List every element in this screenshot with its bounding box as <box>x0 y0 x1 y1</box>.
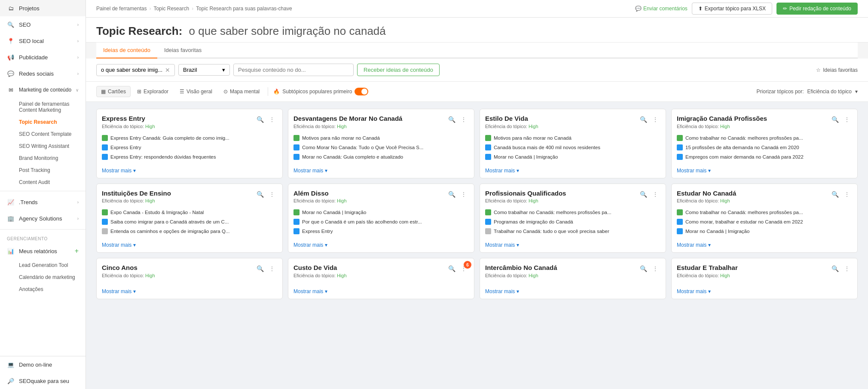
card-title: Estilo De Vida <box>485 114 638 123</box>
sidebar-sub-anotacoes[interactable]: Anotações <box>0 283 86 295</box>
close-search-chip-button[interactable]: ✕ <box>165 67 170 74</box>
view-btn-explorador[interactable]: ⊞ Explorador <box>132 86 173 97</box>
more-options-icon[interactable]: ⋮ <box>267 189 277 199</box>
search-card-icon[interactable]: 🔍 <box>255 263 265 274</box>
card-cinco-anos: Cinco Anos Eficiência do tópico: High 🔍 … <box>96 258 283 299</box>
search-card-icon[interactable]: 🔍 <box>638 114 648 125</box>
sidebar-sub-brand[interactable]: Brand Monitoring <box>0 152 86 164</box>
breadcrumb: Painel de ferramentas › Topic Research ›… <box>96 6 292 12</box>
show-more-button[interactable]: Mostrar mais ▾ <box>102 288 277 294</box>
subtopics-toggle-switch[interactable] <box>355 88 368 95</box>
sidebar-sub-label-audit: Content Audit <box>19 179 50 185</box>
more-options-icon[interactable]: ⋮ <box>650 114 660 125</box>
sidebar-sub-post[interactable]: Post Tracking <box>0 164 86 176</box>
show-more-button[interactable]: Mostrar mais ▾ <box>677 288 852 294</box>
content-search-input[interactable] <box>233 64 354 76</box>
sidebar-item-demo[interactable]: Demo on-line <box>0 356 86 373</box>
sidebar-sub-label-anotacoes: Anotações <box>19 286 43 292</box>
view-btn-cartoes[interactable]: ▦ Cartões <box>96 86 131 97</box>
more-options-icon[interactable]: ⋮ <box>842 114 852 125</box>
show-more-button[interactable]: Mostrar mais ▾ <box>485 242 660 248</box>
more-options-icon[interactable]: ⋮ <box>650 263 660 274</box>
search-card-icon[interactable]: 🔍 <box>638 263 648 274</box>
card-actions: 6 🔍 ⋮ <box>446 263 469 274</box>
sidebar-sub-seo-writing[interactable]: SEO Writing Assistant <box>0 140 86 152</box>
favorites-link[interactable]: ☆ Ideias favoritas <box>816 67 858 73</box>
export-icon: ⬆ <box>698 6 703 12</box>
search-card-icon[interactable]: 🔍 <box>255 189 265 199</box>
more-options-icon[interactable]: ⋮ <box>842 263 852 274</box>
sidebar-sub-topic-research[interactable]: Topic Research <box>0 116 86 128</box>
breadcrumb-topic[interactable]: Topic Research <box>153 6 189 12</box>
view-btn-mapa[interactable]: ⊙ Mapa mental <box>219 86 264 97</box>
page-title: Topic Research: o que saber sobre imigra… <box>96 25 858 38</box>
sidebar-sub-lead[interactable]: Lead Generation Tool <box>0 259 86 271</box>
show-more-button[interactable]: Mostrar mais ▾ <box>102 242 277 248</box>
search-card-icon[interactable]: 🔍 <box>638 189 648 199</box>
request-content-button[interactable]: ✏ Pedir redação de conteúdo <box>776 3 858 15</box>
item-dot <box>293 144 300 150</box>
sidebar-item-projetos[interactable]: Projetos <box>0 0 86 16</box>
card-footer: Mostrar mais ▾ <box>288 239 474 252</box>
more-options-icon[interactable]: ⋮ <box>267 263 277 274</box>
show-more-button[interactable]: Mostrar mais ▾ <box>485 168 660 174</box>
sidebar-item-agency[interactable]: Agency Solutions › <box>0 210 86 227</box>
sidebar-item-marketing[interactable]: Marketing de conteúdo ∨ <box>0 82 86 98</box>
sidebar-sub-audit[interactable]: Content Audit <box>0 176 86 188</box>
search-card-icon[interactable]: 🔍 <box>446 189 457 199</box>
more-options-icon[interactable]: ⋮ <box>650 189 660 199</box>
sidebar-sub-calendario[interactable]: Calendário de marketing <box>0 271 86 283</box>
sidebar-item-redes[interactable]: Redes sociais › <box>0 65 86 82</box>
card-item: Entenda os caminhos e opções de imigraçã… <box>102 227 277 236</box>
search-card-icon[interactable]: 🔍 <box>446 114 457 125</box>
get-ideas-button[interactable]: Receber ideias de conteúdo <box>357 64 440 76</box>
card-title-wrap: Profissionais Qualificados Eficiência do… <box>485 189 638 204</box>
sidebar-item-seoquake[interactable]: SEOquake para seu <box>0 373 86 389</box>
item-text: Motivos para não morar no Canadá <box>494 135 660 141</box>
export-button[interactable]: ⬆ Exportar tópico para XLSX <box>692 3 772 15</box>
card-title: Estudar E Trabalhar <box>677 263 830 272</box>
card-item: Express Entry Canadá: Guia completo de c… <box>102 133 277 143</box>
add-report-icon[interactable]: + <box>75 247 79 255</box>
card-estudar-trabalhar: Estudar E Trabalhar Eficiência do tópico… <box>671 258 858 299</box>
more-options-icon[interactable]: ⋮ <box>842 189 852 199</box>
sidebar-item-relatorios[interactable]: Meus relatórios + <box>0 243 86 259</box>
sidebar-item-trends[interactable]: .Trends › <box>0 194 86 210</box>
tab-ideias-favoritas[interactable]: Ideias favoritas <box>157 43 208 58</box>
show-more-button[interactable]: Mostrar mais ▾ <box>677 242 852 248</box>
sidebar-item-publicidade[interactable]: Publicidade › <box>0 49 86 65</box>
item-dot <box>677 154 683 160</box>
card-items: Expo Canada - Estudo & Imigração - Natal… <box>97 206 282 239</box>
search-card-icon[interactable]: 🔍 <box>255 114 265 125</box>
feedback-link[interactable]: 💬 Enviar comentários <box>635 6 688 12</box>
sidebar-item-seo-local[interactable]: SEO local › <box>0 33 86 49</box>
more-options-icon[interactable]: ⋮ <box>267 114 277 125</box>
show-more-button[interactable]: Mostrar mais ▾ <box>293 168 469 174</box>
card-footer: Mostrar mais ▾ <box>480 165 666 178</box>
breadcrumb-painel[interactable]: Painel de ferramentas <box>96 6 147 12</box>
redes-icon <box>7 70 15 77</box>
sidebar-sub-seo-content[interactable]: SEO Content Template <box>0 128 86 140</box>
search-card-icon[interactable]: 🔍 <box>830 263 840 274</box>
show-more-button[interactable]: Mostrar mais ▾ <box>293 242 469 248</box>
item-dot <box>677 135 683 141</box>
show-more-button[interactable]: Mostrar mais ▾ <box>485 288 660 294</box>
sidebar-item-seo[interactable]: SEO › <box>0 16 86 33</box>
sidebar-sub-painel[interactable]: Painel de ferramentas Content Marketing <box>0 98 86 116</box>
view-btn-visao[interactable]: ☰ Visão geral <box>175 86 217 97</box>
more-options-icon[interactable]: ⋮ <box>458 114 469 125</box>
show-more-button[interactable]: Mostrar mais ▾ <box>102 168 277 174</box>
search-card-icon[interactable]: 🔍 <box>830 114 840 125</box>
tab-ideias-conteudo[interactable]: Ideias de conteúdo <box>96 43 157 58</box>
card-item: Morar no Canadá | Imigração <box>485 152 660 162</box>
country-select[interactable]: Brazil ▾ <box>178 64 230 76</box>
search-card-icon[interactable]: 🔍 <box>830 189 840 199</box>
card-alem-disso: Além Disso Eficiência do tópico: High 🔍 … <box>288 184 474 253</box>
show-more-button[interactable]: Mostrar mais ▾ <box>677 168 852 174</box>
show-more-button[interactable]: Mostrar mais ▾ <box>293 288 469 294</box>
mapa-icon: ⊙ <box>223 89 228 95</box>
card-footer: Mostrar mais ▾ <box>672 165 857 178</box>
search-card-icon[interactable]: 🔍 <box>446 263 457 274</box>
card-actions: 🔍 ⋮ <box>830 189 852 199</box>
more-options-icon[interactable]: ⋮ <box>458 189 469 199</box>
